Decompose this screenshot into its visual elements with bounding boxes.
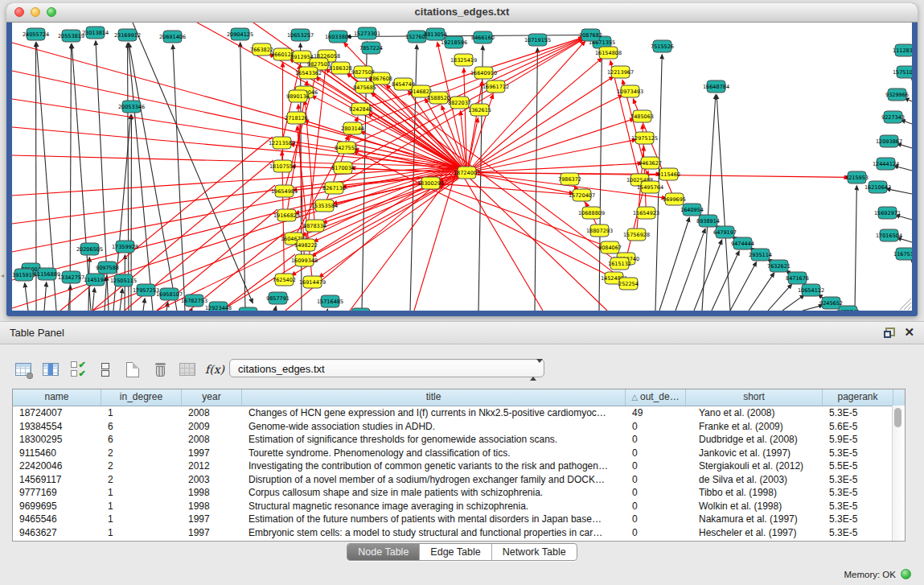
cell: 5.9E-5 xyxy=(823,433,893,447)
table-row[interactable]: 1456911722003Disruption of a novel membe… xyxy=(13,473,905,487)
graph-node-label: 8938914 xyxy=(696,218,720,225)
sidebar-collapse-handle[interactable]: ◂ xyxy=(1,272,6,279)
selected-edge[interactable] xyxy=(12,167,458,252)
column-header-name[interactable]: name xyxy=(13,389,101,406)
cell: Estimation of the future numbers of pati… xyxy=(242,513,626,526)
graph-node-label: 8466160 xyxy=(471,35,495,41)
table-vertical-scrollbar[interactable] xyxy=(892,406,905,541)
delete-column-icon[interactable] xyxy=(148,357,172,381)
graph-node[interactable] xyxy=(351,308,370,311)
column-header-out_de[interactable]: △out_de… xyxy=(626,389,686,406)
network-select-dropdown[interactable]: citations_edges.txt xyxy=(229,359,544,377)
minimize-window-button[interactable] xyxy=(31,7,40,17)
edge[interactable] xyxy=(782,295,804,311)
close-window-button[interactable] xyxy=(14,7,24,17)
graph-node-label: 1362615 xyxy=(468,107,491,113)
row-height-icon[interactable] xyxy=(93,357,117,381)
edge[interactable] xyxy=(44,282,47,311)
tab-node-table[interactable]: Node Table xyxy=(347,544,420,560)
cell: 5.3E-5 xyxy=(823,473,893,487)
selected-edge[interactable] xyxy=(467,119,634,173)
edge[interactable] xyxy=(191,309,192,311)
column-header-title[interactable]: title xyxy=(242,389,626,406)
cell: 5.3E-5 xyxy=(823,500,893,513)
function-builder-icon[interactable]: f(x) xyxy=(203,357,227,381)
new-column-icon[interactable] xyxy=(121,357,145,381)
graph-node-label: 20553819 xyxy=(58,33,84,39)
edge[interactable] xyxy=(275,307,276,311)
graph-node-label: 20053346 xyxy=(118,104,145,110)
edge[interactable] xyxy=(659,218,689,311)
edge[interactable] xyxy=(166,303,168,311)
cell: 2003 xyxy=(182,473,242,487)
maximize-window-button[interactable] xyxy=(47,7,56,17)
edge[interactable] xyxy=(855,186,856,311)
close-panel-icon[interactable]: ✕ xyxy=(904,325,914,340)
edge[interactable] xyxy=(730,262,756,311)
table-mode-icon[interactable] xyxy=(11,357,35,381)
table-row[interactable]: 946362711997Embryonic stem cells: a mode… xyxy=(13,526,905,540)
graph-node-label: 9146821 xyxy=(409,89,433,95)
network-graph[interactable]: 2405572420553819230138142316991220691406… xyxy=(12,23,912,311)
table-row[interactable]: 946554611997Estimation of the future num… xyxy=(13,513,905,526)
cell: Franke et al. (2009) xyxy=(686,420,823,434)
edge[interactable] xyxy=(143,299,145,311)
select-rows-icon[interactable]: ✔✔ xyxy=(66,357,90,381)
graph-node-label: 8186328 xyxy=(329,65,352,72)
edge[interactable] xyxy=(694,241,721,311)
edge[interactable] xyxy=(129,43,177,311)
cell: 0 xyxy=(626,513,686,526)
edge[interactable] xyxy=(128,43,129,311)
graph-node-label: 19166825 xyxy=(273,212,300,219)
edge[interactable] xyxy=(92,288,95,311)
graph-node-label: 8471676 xyxy=(786,275,809,282)
graph-node-label: 18325419 xyxy=(450,57,477,64)
column-header-short[interactable]: short xyxy=(686,389,823,406)
tab-network-table[interactable]: Network Table xyxy=(492,544,577,560)
selected-edge[interactable] xyxy=(354,151,614,278)
graph-node-label: 17016504 xyxy=(876,233,902,239)
edge[interactable] xyxy=(749,274,774,311)
graph-node-label: 16958107 xyxy=(156,291,183,298)
scrollbar-thumb[interactable] xyxy=(894,408,901,427)
selected-edge[interactable] xyxy=(12,167,458,280)
edge[interactable] xyxy=(717,95,730,311)
cell: 18724007 xyxy=(13,406,101,420)
edge[interactable] xyxy=(173,45,185,311)
edge[interactable] xyxy=(70,44,71,311)
cell: Hescheler et al. (1997) xyxy=(686,526,823,540)
float-panel-icon[interactable] xyxy=(884,328,895,338)
table-row[interactable]: 1872400712008Changes of HCN gene express… xyxy=(13,406,905,420)
show-columns-icon[interactable] xyxy=(39,357,63,381)
selected-edge[interactable] xyxy=(12,167,458,308)
table-row[interactable]: 1938455462009Genome-wide association stu… xyxy=(13,420,905,434)
selected-edge[interactable] xyxy=(12,167,458,224)
table-row[interactable]: 911546021997Tourette syndrome. Phenomeno… xyxy=(13,447,905,460)
table-row[interactable]: 1830029562008Estimation of significance … xyxy=(13,433,905,447)
column-header-in_degree[interactable]: in_degree xyxy=(101,389,182,406)
column-header-year[interactable]: year xyxy=(182,389,242,406)
cell: 6 xyxy=(101,433,182,447)
network-canvas[interactable]: 2405572420553819230138142316991220691406… xyxy=(12,23,912,311)
column-header-pagerank[interactable]: pagerank xyxy=(823,389,893,406)
graph-node-label: 12213589 xyxy=(269,140,295,146)
node-table: namein_degreeyeartitle△out_de…shortpager… xyxy=(12,389,906,542)
table-row[interactable]: 969969511998Structural magnetic resonanc… xyxy=(13,500,905,513)
graph-node-label: 15654923 xyxy=(633,210,659,216)
cell: 2008 xyxy=(182,433,242,447)
table-row[interactable]: 977716911998Corpus callosum shape and si… xyxy=(13,486,905,500)
graph-node-label: 1167534 xyxy=(893,251,912,257)
graph-node-label: 9699695 xyxy=(663,196,686,203)
tab-edge-table[interactable]: Edge Table xyxy=(420,544,491,560)
table-row[interactable]: 2242004622012Investigating the contribut… xyxy=(13,459,905,473)
edge[interactable] xyxy=(702,95,716,311)
edge[interactable] xyxy=(347,35,590,37)
selected-edge[interactable] xyxy=(467,163,642,172)
edge[interactable] xyxy=(535,48,537,311)
window-resize-grip[interactable] xyxy=(900,299,911,310)
edge[interactable] xyxy=(25,283,28,311)
graph-node-label: 9084067 xyxy=(598,245,622,251)
delete-table-icon[interactable] xyxy=(175,357,199,381)
edge[interactable] xyxy=(676,229,705,311)
network-window-titlebar[interactable]: citations_edges.txt xyxy=(6,3,918,23)
